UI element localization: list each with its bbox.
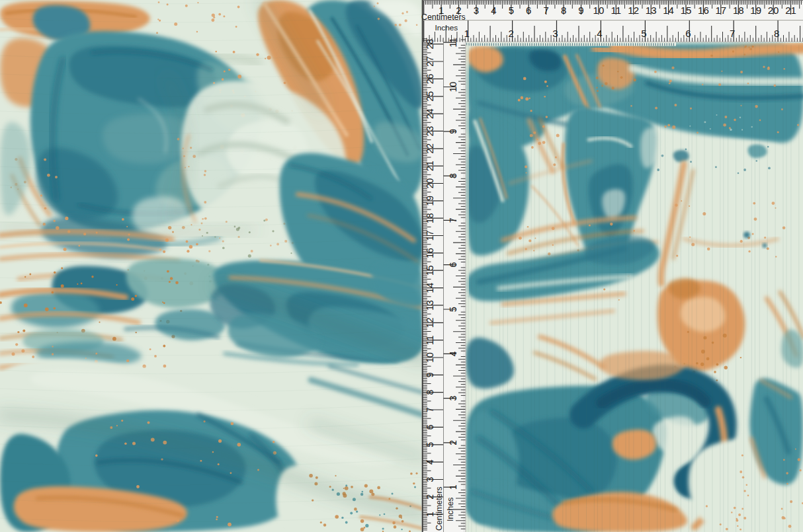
svg-text:3: 3 [448, 395, 458, 400]
svg-text:13: 13 [646, 5, 657, 16]
svg-text:23: 23 [425, 126, 435, 136]
svg-text:13: 13 [425, 300, 435, 311]
svg-text:7: 7 [543, 5, 548, 16]
svg-text:8: 8 [774, 28, 779, 39]
svg-text:6: 6 [448, 262, 458, 268]
svg-text:17: 17 [425, 231, 435, 241]
svg-text:12: 12 [425, 317, 435, 328]
svg-text:8: 8 [561, 5, 566, 16]
svg-text:6: 6 [685, 28, 691, 39]
svg-text:1: 1 [464, 28, 469, 39]
svg-text:12: 12 [628, 5, 639, 16]
svg-text:10: 10 [593, 5, 605, 16]
svg-text:14: 14 [425, 283, 435, 293]
svg-text:10: 10 [448, 82, 458, 93]
svg-text:20: 20 [768, 5, 779, 16]
svg-text:4: 4 [448, 351, 458, 356]
svg-text:7: 7 [448, 217, 458, 223]
svg-text:9: 9 [448, 129, 458, 134]
svg-text:20: 20 [425, 178, 435, 189]
svg-text:6: 6 [425, 424, 435, 430]
svg-text:19: 19 [750, 5, 761, 16]
svg-text:28: 28 [425, 39, 435, 50]
svg-text:11: 11 [448, 38, 458, 48]
svg-text:2: 2 [508, 28, 513, 39]
svg-text:5: 5 [509, 5, 514, 16]
svg-text:16: 16 [698, 5, 709, 16]
svg-text:6: 6 [526, 5, 531, 16]
svg-text:9: 9 [578, 5, 583, 16]
svg-text:3: 3 [474, 5, 479, 16]
svg-text:7: 7 [730, 28, 735, 39]
svg-text:11: 11 [425, 335, 435, 345]
svg-text:26: 26 [425, 73, 435, 84]
svg-text:25: 25 [425, 91, 435, 102]
svg-text:15: 15 [681, 5, 692, 16]
svg-text:5: 5 [425, 442, 435, 447]
svg-text:24: 24 [425, 108, 435, 119]
svg-text:Inches: Inches [435, 23, 458, 32]
svg-text:16: 16 [425, 248, 435, 258]
svg-text:2: 2 [425, 494, 435, 500]
svg-text:3: 3 [552, 28, 558, 39]
svg-text:1: 1 [425, 512, 435, 517]
svg-text:21: 21 [785, 5, 796, 16]
svg-text:7: 7 [425, 407, 435, 412]
svg-text:8: 8 [448, 173, 458, 178]
svg-text:17: 17 [715, 5, 726, 16]
svg-text:27: 27 [425, 56, 435, 67]
svg-text:4: 4 [491, 5, 496, 16]
svg-text:21: 21 [425, 161, 435, 171]
svg-text:14: 14 [663, 5, 674, 16]
svg-text:18: 18 [425, 213, 435, 223]
svg-text:9: 9 [425, 372, 435, 377]
svg-text:18: 18 [733, 5, 744, 16]
svg-text:4: 4 [425, 459, 435, 465]
svg-text:19: 19 [425, 196, 435, 206]
svg-text:8: 8 [425, 390, 435, 395]
svg-text:10: 10 [425, 352, 435, 363]
svg-text:5: 5 [641, 28, 646, 39]
svg-text:Centimeters: Centimeters [435, 486, 444, 531]
svg-text:4: 4 [597, 28, 602, 39]
svg-text:5: 5 [448, 307, 458, 312]
svg-text:15: 15 [425, 265, 435, 276]
svg-text:2: 2 [448, 440, 458, 445]
svg-text:11: 11 [611, 5, 622, 16]
svg-text:22: 22 [425, 143, 435, 154]
svg-text:1: 1 [448, 484, 458, 490]
svg-text:3: 3 [425, 476, 435, 482]
